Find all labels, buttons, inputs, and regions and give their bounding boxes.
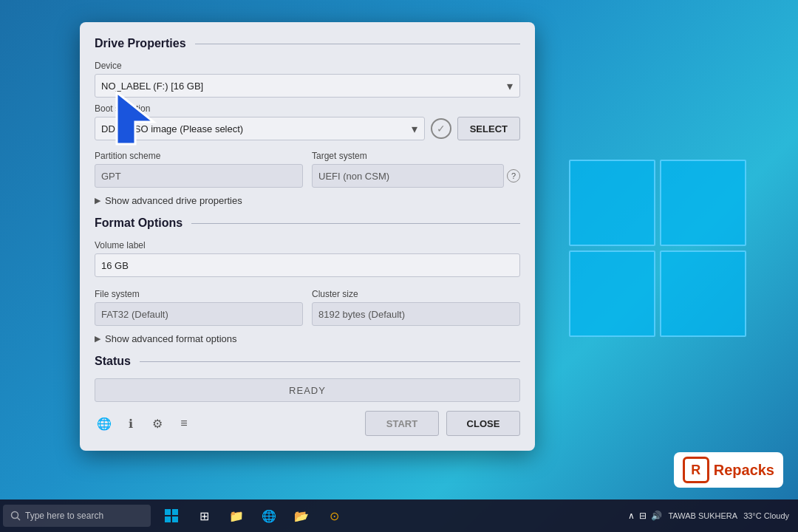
settings-icon[interactable]: ⚙ <box>148 414 167 433</box>
format-options-header: Format Options <box>95 216 520 230</box>
status-value: READY <box>289 385 326 396</box>
status-divider <box>140 361 520 362</box>
log-icon[interactable]: ≡ <box>174 414 194 433</box>
taskbar-right: ∧ ⊟ 🔊 TAWAB SUKHERA 33°C Cloudy <box>628 511 798 521</box>
network-icon: ⊟ <box>639 511 647 521</box>
search-icon <box>10 511 21 521</box>
question-mark-icon[interactable]: ? <box>507 169 520 183</box>
boot-selection-row: DD for ISO image (Please select) ✓ SELEC… <box>95 117 520 140</box>
taskbar-search[interactable]: Type here to search <box>3 505 151 527</box>
system-tray: ∧ ⊟ 🔊 <box>628 511 662 521</box>
cluster-size-label: Cluster size <box>312 289 520 299</box>
volume-icon: 🔊 <box>651 511 662 521</box>
bottom-toolbar: 🌐 ℹ ⚙ ≡ START CLOSE <box>95 411 520 436</box>
svg-rect-5 <box>165 516 171 522</box>
svg-rect-6 <box>172 516 178 522</box>
taskbar-icons: ⊞ 📁 🌐 📂 ⊙ <box>154 499 349 532</box>
file-system-value: FAT32 (Default) <box>95 302 303 326</box>
partition-scheme-value: GPT <box>95 164 303 188</box>
check-icon: ✓ <box>431 118 451 139</box>
bottom-right-buttons: START CLOSE <box>365 411 520 436</box>
chevron-format-icon: ▶ <box>95 334 100 344</box>
volume-label-label: Volume label <box>95 240 520 250</box>
target-system-label: Target system <box>312 151 520 161</box>
repacks-text: Repacks <box>714 462 774 479</box>
format-section-divider <box>191 223 520 224</box>
svg-line-2 <box>18 518 21 521</box>
edge-icon[interactable]: 🌐 <box>254 499 284 532</box>
repacks-icon: R <box>683 457 709 483</box>
drive-properties-header: Drive Properties <box>95 37 520 50</box>
format-options-title: Format Options <box>95 216 183 230</box>
boot-select[interactable]: DD for ISO image (Please select) <box>95 117 425 140</box>
cluster-size-value: 8192 bytes (Default) <box>312 302 520 326</box>
chrome-icon[interactable]: ⊙ <box>319 499 349 532</box>
folder-icon[interactable]: 📂 <box>287 499 316 532</box>
advanced-drive-toggle[interactable]: ▶ Show advanced drive properties <box>95 195 520 206</box>
start-button-taskbar[interactable] <box>157 499 186 532</box>
weather-info: 33°C Cloudy <box>743 511 789 520</box>
advanced-format-toggle[interactable]: ▶ Show advanced format options <box>95 333 520 344</box>
advanced-format-label: Show advanced format options <box>105 333 237 344</box>
desktop: lrepacks.com.ru Drive Properties Device … <box>0 0 798 532</box>
device-label: Device <box>95 61 520 71</box>
task-view-icon[interactable]: ⊞ <box>189 499 219 532</box>
windows-logo <box>569 160 746 337</box>
drive-properties-title: Drive Properties <box>95 37 186 50</box>
target-system-value: UEFI (non CSM) <box>312 164 504 188</box>
select-button[interactable]: SELECT <box>457 117 520 140</box>
taskbar: Type here to search ⊞ 📁 🌐 📂 ⊙ ∧ <box>0 499 798 532</box>
globe-icon[interactable]: 🌐 <box>95 414 114 433</box>
section-divider <box>195 44 520 44</box>
partition-scheme-col: Partition scheme GPT <box>95 145 303 188</box>
boot-select-wrapper: DD for ISO image (Please select) <box>95 117 425 140</box>
svg-point-1 <box>12 512 18 519</box>
cluster-size-col: Cluster size 8192 bytes (Default) <box>312 283 520 326</box>
advanced-drive-label: Show advanced drive properties <box>105 195 242 206</box>
close-button[interactable]: CLOSE <box>446 411 520 436</box>
info-icon[interactable]: ℹ <box>121 414 140 433</box>
boot-selection-label: Boot selection <box>95 103 520 114</box>
user-name: TAWAB SUKHERA <box>668 511 737 520</box>
rufus-dialog: Drive Properties Device NO_LABEL (F:) [1… <box>80 22 535 451</box>
target-system-row: UEFI (non CSM) ? <box>312 164 520 188</box>
repacks-logo: R Repacks <box>674 452 783 488</box>
status-bar: READY <box>95 378 520 402</box>
svg-rect-3 <box>165 509 171 515</box>
status-header: Status <box>95 355 520 368</box>
partition-scheme-label: Partition scheme <box>95 151 303 161</box>
svg-rect-4 <box>172 509 178 515</box>
file-system-label: File system <box>95 289 303 299</box>
tray-expand[interactable]: ∧ <box>628 511 635 521</box>
start-button[interactable]: START <box>365 411 439 436</box>
fs-cluster-row: File system FAT32 (Default) Cluster size… <box>95 283 520 326</box>
device-select[interactable]: NO_LABEL (F:) [16 GB] <box>95 74 520 98</box>
search-placeholder: Type here to search <box>25 511 103 521</box>
windows-start-icon <box>164 508 179 523</box>
partition-target-row: Partition scheme GPT Target system UEFI … <box>95 145 520 188</box>
device-select-wrapper: NO_LABEL (F:) [16 GB] <box>95 74 520 98</box>
volume-label-input[interactable] <box>95 253 520 277</box>
chevron-drive-icon: ▶ <box>95 196 100 205</box>
status-title: Status <box>95 355 131 368</box>
bottom-left-icons: 🌐 ℹ ⚙ ≡ <box>95 414 194 433</box>
target-system-col: Target system UEFI (non CSM) ? <box>312 145 520 188</box>
file-explorer-icon[interactable]: 📁 <box>222 499 251 532</box>
file-system-col: File system FAT32 (Default) <box>95 283 303 326</box>
